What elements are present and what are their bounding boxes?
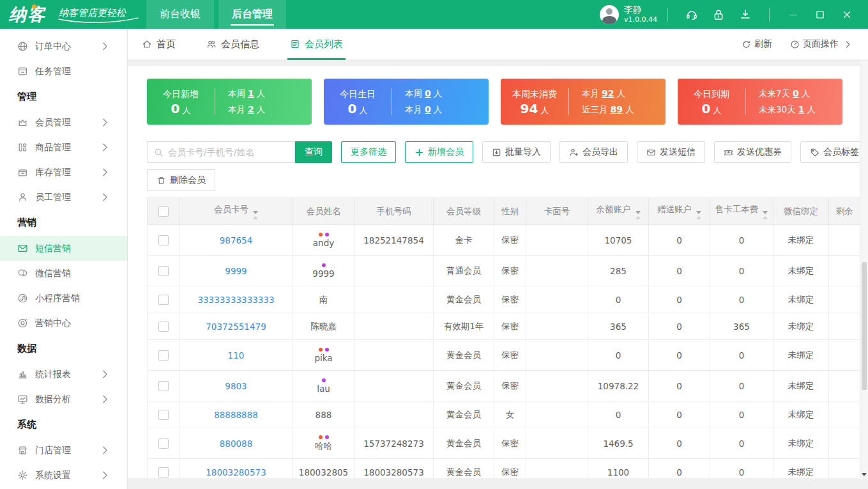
sidebar-item-store-manage[interactable]: 门店管理 [0,438,127,463]
column-header-card_no[interactable]: 会员卡号 [179,198,293,225]
row-checkbox[interactable] [158,322,169,332]
batch-import-label: 批量导入 [505,146,541,158]
member-card-link[interactable]: 9999 [225,266,247,276]
add-member-button[interactable]: 新增会员 [405,141,473,163]
column-header-card_fee[interactable]: 售卡工本费 [710,198,773,225]
tag-dot-purple [322,263,326,267]
member-card-link[interactable]: 880088 [220,439,253,449]
member-card-link[interactable]: 33333333333333 [197,295,274,305]
toolbar-delete-slot: 删除会员 [147,169,215,191]
more-filter-button[interactable]: 更多筛选 [341,141,396,163]
sort-toggle[interactable] [636,211,641,219]
sidebar-item-sms-marketing[interactable]: 短信营销 [0,236,127,261]
sidebar-item-stock-manage[interactable]: 库存管理 [0,160,127,185]
customer-service-icon[interactable] [685,8,698,21]
row-checkbox[interactable] [158,266,169,276]
member-card-link[interactable]: 70372551479 [206,322,266,332]
member-card-link[interactable]: 110 [228,350,245,361]
sidebar-item-marketing-center[interactable]: 营销中心 [0,311,127,336]
select-all-checkbox[interactable] [158,206,169,217]
cell-name: pika [293,340,354,371]
row-checkbox[interactable] [158,467,169,477]
sidebar-item-product-manage[interactable]: 商品管理 [0,135,127,160]
sidebar-item-stats-report[interactable]: 统计报表 [0,362,127,387]
cell-remain [829,256,860,286]
sidebar-item-staff-manage[interactable]: 员工管理 [0,185,127,210]
search-input[interactable] [168,147,289,157]
tab-member-info[interactable]: 会员信息 [206,28,259,60]
row-checkbox[interactable] [158,439,169,449]
chevron-right-icon [100,369,110,380]
sidebar-item-task-manage[interactable]: 任务管理 [0,59,127,84]
avatar[interactable] [600,5,619,24]
sort-toggle[interactable] [763,211,768,219]
sidebar-item-order-center[interactable]: 订单中心 [0,34,127,59]
row-checkbox[interactable] [158,295,169,305]
sidebar-item-data-analysis[interactable]: 数据分析 [0,387,127,412]
user-info[interactable]: 李静 v1.0.0.44 [624,4,657,24]
tabbar-actions: 刷新 页面操作 [742,38,853,50]
column-header-card_face: 卡面号 [526,198,588,225]
page-ops-button[interactable]: 页面操作 [790,38,853,50]
search-button[interactable]: 查询 [295,141,332,163]
page-tabbar: 首页 会员信息 会员列表 刷新 页面操作 [128,29,868,61]
table-row: 18003280573 180032805 18003280573 黄金会员 保… [148,459,860,479]
refresh-button[interactable]: 刷新 [742,38,772,50]
vertical-scrollbar[interactable] [860,61,868,479]
send-mail-icon [646,148,656,157]
member-tag-button[interactable]: 会员标签 [800,141,860,163]
lock-icon[interactable] [712,8,725,21]
cell-checkbox [148,459,179,479]
mode-tab-front-cashier[interactable]: 前台收银 [146,0,214,29]
scrollbar-down-arrow[interactable] [862,473,867,476]
row-checkbox[interactable] [158,381,169,391]
delete-member-button[interactable]: 删除会员 [147,169,215,191]
refresh-label: 刷新 [754,38,772,50]
send-sms-button[interactable]: 发送短信 [637,141,705,163]
cell-level: 有效期1年 [434,313,494,340]
tab-home[interactable]: 首页 [142,28,176,60]
sidebar-item-member-manage[interactable]: 会员管理 [0,110,127,135]
minimize-button[interactable] [788,10,798,20]
cell-name: 180032805 [293,459,354,479]
table-row: 987654 andy 18252147854 金卡 保密 10705 0 0 … [148,225,860,256]
sidebar-item-system-settings[interactable]: 系统设置 [0,463,127,488]
sort-toggle[interactable] [253,211,258,219]
send-coupon-button[interactable]: 发送优惠券 [714,141,791,163]
member-card-link[interactable]: 987654 [220,235,253,245]
sidebar-item-wechat-marketing[interactable]: 微信营销 [0,261,127,286]
stat-detail: 近三月89人 [582,104,666,116]
batch-import-button[interactable]: 批量导入 [482,141,551,163]
tab-member-list[interactable]: 会员列表 [290,28,343,60]
member-card-link[interactable]: 88888888 [214,410,258,420]
column-label: 微信绑定 [784,206,818,216]
maximize-button[interactable] [815,10,825,20]
column-header-balance[interactable]: 余额账户 [588,198,649,225]
member-name: lau [293,384,354,394]
sidebar-item-miniapp-marketing[interactable]: 小程序营销 [0,286,127,311]
stat-main: 今日新增 0人 [147,89,215,115]
cell-balance: 10978.22 [588,371,649,401]
plus-icon [415,148,424,157]
row-checkbox[interactable] [158,235,169,245]
row-checkbox[interactable] [158,350,169,361]
member-export-button[interactable]: 会员导出 [560,141,628,163]
mode-tab-backend-manage[interactable]: 后台管理 [218,0,286,29]
member-card-link[interactable]: 18003280573 [206,467,266,477]
member-name: 9999 [293,268,354,279]
cell-card-no: 70372551479 [179,313,293,340]
sidebar-item-label: 小程序营销 [35,293,80,304]
table-row: 70372551479 陈晓嘉 有效期1年 保密 365 0 365 未绑定 [148,313,860,340]
member-card-link[interactable]: 9803 [225,381,247,391]
stat-detail-unit: 人 [625,104,634,114]
column-header-gift[interactable]: 赠送账户 [649,198,710,225]
table-row: 880088 哈哈 15737248273 黄金会员 保密 1469.5 0 0… [148,428,860,459]
sidebar-item-label: 营销中心 [35,318,71,329]
row-checkbox[interactable] [158,410,169,420]
trash-icon [156,176,166,185]
logo-dot [32,4,36,9]
download-icon[interactable] [739,8,752,21]
scrollbar-thumb[interactable] [862,262,867,390]
sort-toggle[interactable] [696,211,701,219]
close-button[interactable] [842,10,852,20]
